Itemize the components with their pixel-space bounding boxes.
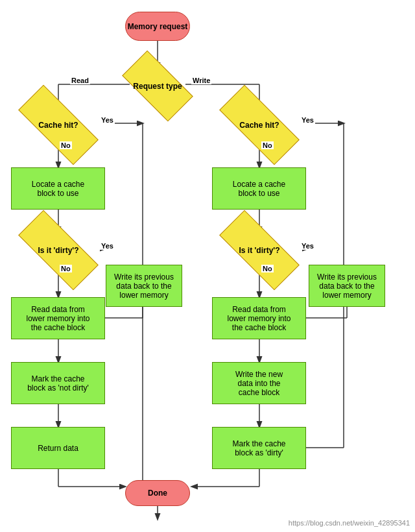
cache-hit-right-diamond: Cache hit? [220, 107, 298, 143]
dirty-right-diamond: Is it 'dirty'? [220, 232, 298, 268]
memory-request-node: Memory request [125, 12, 190, 41]
read-mem-right-label: Read data from lower memory into the cac… [227, 305, 290, 332]
mark-not-dirty-process: Mark the cache block as 'not dirty' [11, 362, 105, 404]
cache-hit-right-yes: Yes [300, 116, 315, 124]
request-type-diamond-bg [122, 51, 193, 122]
mark-dirty-process: Mark the cache block as 'dirty' [212, 427, 306, 469]
read-mem-left-label: Read data from lower memory into the cac… [26, 305, 89, 332]
mark-dirty-label: Mark the cache block as 'dirty' [232, 439, 285, 457]
write-label: Write [191, 77, 211, 84]
locate-right-label: Locate a cache block to use [233, 180, 285, 198]
write-back-right-process: Write its previous data back to the lowe… [309, 265, 385, 307]
cache-hit-left-bg [18, 85, 99, 165]
flowchart: Memory request Request type Read Write C… [0, 0, 415, 532]
read-mem-left-process: Read data from lower memory into the cac… [11, 297, 105, 339]
read-mem-right-process: Read data from lower memory into the cac… [212, 297, 306, 339]
locate-left-process: Locate a cache block to use [11, 167, 105, 210]
dirty-left-bg [18, 210, 99, 291]
mark-not-dirty-label: Mark the cache block as 'not dirty' [27, 374, 89, 393]
dirty-left-no: No [60, 265, 72, 272]
cache-hit-left-no: No [60, 141, 72, 149]
cache-hit-right-no: No [261, 141, 274, 149]
dirty-right-bg [219, 210, 300, 291]
read-label: Read [70, 77, 90, 84]
write-back-right-label: Write its previous data back to the lowe… [317, 272, 377, 300]
cache-hit-left-yes: Yes [100, 116, 115, 124]
return-data-process: Return data [11, 427, 105, 469]
write-back-left-process: Write its previous data back to the lowe… [106, 265, 182, 307]
dirty-left-yes: Yes [100, 242, 115, 250]
done-node: Done [125, 480, 190, 506]
locate-right-process: Locate a cache block to use [212, 167, 306, 210]
cache-hit-left-diamond: Cache hit? [19, 107, 97, 143]
watermark: https://blog.csdn.net/weixin_42895341 [289, 519, 410, 527]
request-type-diamond: Request type [125, 68, 190, 104]
dirty-left-diamond: Is it 'dirty'? [19, 232, 97, 268]
write-back-left-label: Write its previous data back to the lowe… [114, 272, 174, 300]
dirty-right-yes: Yes [300, 242, 315, 250]
write-new-data-label: Write the new data into the cache block [235, 370, 283, 397]
dirty-right-no: No [261, 265, 274, 272]
cache-hit-right-bg [219, 85, 300, 165]
locate-left-label: Locate a cache block to use [32, 180, 84, 198]
write-new-data-process: Write the new data into the cache block [212, 362, 306, 404]
return-data-label: Return data [38, 444, 78, 453]
done-label: Done [148, 489, 167, 498]
memory-request-label: Memory request [128, 22, 188, 31]
